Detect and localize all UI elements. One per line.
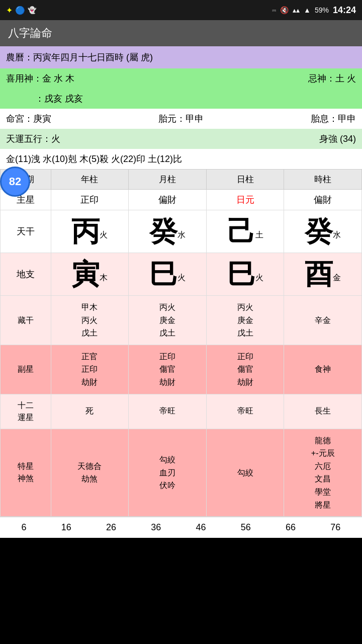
canggan-nian: 甲木丙火戊土 (51, 296, 129, 345)
shen-qiang-text: 身強 (34) (319, 133, 356, 145)
table-header-row: 日期 年柱 月柱 日柱 時柱 (1, 170, 362, 190)
texing-ri: 勾絞 (206, 429, 284, 517)
circle-icon: 🔵 (15, 6, 25, 15)
zhuxing-ri: 日元 (206, 190, 284, 210)
star-icon: ✦ (6, 6, 13, 15)
bluetooth-icon: ⎓ (272, 6, 276, 14)
num-6: 6 (22, 522, 27, 533)
zhuxing-nian: 正印 (51, 190, 129, 210)
dizhi-yue: 巳火 (129, 253, 207, 296)
num-26: 26 (106, 522, 116, 533)
dizhi-ri-char: 巳 (227, 258, 255, 290)
num-76: 76 (330, 522, 340, 533)
tiangan-yue: 癸水 (129, 210, 207, 253)
lunar-calendar-row: 農曆：丙寅年四月十七日酉時 (屬 虎) (0, 46, 362, 68)
five-elements-text: 金(11)洩 水(10)剋 木(5)殺 火(22)印 土(12)比 (6, 154, 182, 164)
signal-icon: ▲ (304, 6, 311, 14)
fuxing-label: 副星 (1, 345, 51, 394)
num-46: 46 (196, 522, 206, 533)
num-36: 36 (151, 522, 161, 533)
tiangan-row: 天干 丙火 癸水 己土 癸水 (1, 210, 362, 253)
tiangan-shi-elem: 水 (333, 230, 341, 239)
tiangan-nian-elem: 火 (100, 230, 108, 239)
dizhi-nian-elem: 木 (100, 273, 108, 282)
canggan-ri: 丙火庚金戊土 (206, 296, 284, 345)
texing-nian: 天德合劫煞 (51, 429, 129, 517)
num-16: 16 (61, 522, 71, 533)
title-bar: 八字論命 (0, 20, 362, 46)
shier-ri: 帝旺 (206, 394, 284, 429)
favorable-text: 喜用神：金 水 木 (6, 72, 74, 85)
header-shizhu: 時柱 (284, 170, 362, 190)
main-content: 農曆：丙寅年四月十七日酉時 (屬 虎) 喜用神：金 水 木 忌神：土 火 ：戌亥… (0, 46, 362, 538)
lunar-calendar-text: 農曆：丙寅年四月十七日酉時 (屬 虎) (6, 52, 153, 62)
fuxing-row: 副星 正官正印劫財 正印傷官劫財 正印傷官劫財 食神 (1, 345, 362, 394)
bottom-numbers-row: 6 16 26 36 46 56 66 76 (0, 517, 362, 538)
fuxing-nian: 正官正印劫財 (51, 345, 129, 394)
tai-xi-text: 胎息：甲申 (311, 113, 356, 125)
texing-label: 特星神煞 (1, 429, 51, 517)
texing-yue: 勾絞血刃伏吟 (129, 429, 207, 517)
dizhi-nian-char: 寅 (71, 258, 100, 290)
canggan-label: 藏干 (1, 296, 51, 345)
minggong-row: 命宮：庚寅 胎元：甲申 胎息：甲申 (0, 109, 362, 129)
texing-shi: 龍德+-元辰六厄文昌學堂將星 (284, 429, 362, 517)
tiangan-ri-char: 己 (227, 215, 255, 247)
num-56: 56 (241, 522, 251, 533)
dizhi-shi-elem: 金 (333, 273, 341, 282)
dizhi-yue-elem: 火 (177, 273, 186, 282)
header-rizhu: 日柱 (206, 170, 284, 190)
score-badge: 82 (0, 167, 30, 197)
time-display: 14:24 (333, 5, 356, 16)
tiangan-shi-char: 癸 (305, 215, 333, 247)
five-elements-row: 金(11)洩 水(10)剋 木(5)殺 火(22)印 土(12)比 (0, 149, 362, 169)
tiangan-yue-char: 癸 (149, 215, 177, 247)
unfavorable-text: 忌神：土 火 (308, 72, 356, 85)
zhuxing-row: 主星 正印 偏財 日元 偏財 (1, 190, 362, 210)
status-left-icons: ✦ 🔵 👻 (6, 6, 36, 15)
app-title: 八字論命 (8, 26, 52, 41)
status-bar: ✦ 🔵 👻 ⎓ 🔇 ▴▴ ▲ 59% 14:24 (0, 0, 362, 20)
tiangan-ri: 己土 (206, 210, 284, 253)
ming-gong-text: 命宮：庚寅 (6, 113, 51, 125)
ghost-icon: 👻 (28, 6, 36, 14)
dizhi-label: 地支 (1, 253, 51, 296)
canggan-shi: 辛金 (284, 296, 362, 345)
dizhi-nian: 寅木 (51, 253, 129, 296)
tiangan-yue-elem: 水 (177, 230, 186, 239)
tiangan-nian-char: 丙 (71, 215, 100, 247)
status-right-icons: ⎓ 🔇 ▴▴ ▲ 59% 14:24 (272, 5, 356, 16)
tai-yuan-text: 胎元：甲申 (158, 113, 204, 125)
favorable-row: 喜用神：金 水 木 忌神：土 火 (0, 68, 362, 89)
shier-label: 十二運星 (1, 394, 51, 429)
nayin-text: ：戌亥 戌亥 (35, 94, 83, 104)
nayin-row: ：戌亥 戌亥 (0, 89, 362, 109)
tiangan-label: 天干 (1, 210, 51, 253)
zhuxing-yue: 偏財 (129, 190, 207, 210)
texing-row: 特星神煞 天德合劫煞 勾絞血刃伏吟 勾絞 龍德+-元辰六厄文昌學堂將星 (1, 429, 362, 517)
dizhi-row: 地支 寅木 巳火 巳火 酉金 (1, 253, 362, 296)
dizhi-shi-char: 酉 (305, 258, 333, 290)
tianyun-row: 天運五行：火 身強 (34) (0, 129, 362, 149)
dizhi-shi: 酉金 (284, 253, 362, 296)
score-value: 82 (9, 175, 21, 188)
tiangan-ri-elem: 土 (255, 230, 263, 239)
header-yuezhu: 月柱 (129, 170, 207, 190)
shier-nian: 死 (51, 394, 129, 429)
shier-row: 十二運星 死 帝旺 帝旺 長生 (1, 394, 362, 429)
canggan-yue: 丙火庚金戊土 (129, 296, 207, 345)
dizhi-ri: 巳火 (206, 253, 284, 296)
shier-shi: 長生 (284, 394, 362, 429)
fuxing-shi: 食神 (284, 345, 362, 394)
dizhi-yue-char: 巳 (149, 258, 177, 290)
header-nianzhu: 年柱 (51, 170, 129, 190)
canggan-row: 藏干 甲木丙火戊土 丙火庚金戊土 丙火庚金戊土 辛金 (1, 296, 362, 345)
dizhi-ri-elem: 火 (255, 273, 263, 282)
mute-icon: 🔇 (280, 6, 289, 14)
zhuxing-shi: 偏財 (284, 190, 362, 210)
bazi-table: 日期 年柱 月柱 日柱 時柱 主星 正印 偏財 日元 偏財 天干 丙火 癸水 己… (0, 169, 362, 517)
fuxing-ri: 正印傷官劫財 (206, 345, 284, 394)
tiangan-shi: 癸水 (284, 210, 362, 253)
fuxing-yue: 正印傷官劫財 (129, 345, 207, 394)
tian-yun-text: 天運五行：火 (6, 133, 60, 145)
